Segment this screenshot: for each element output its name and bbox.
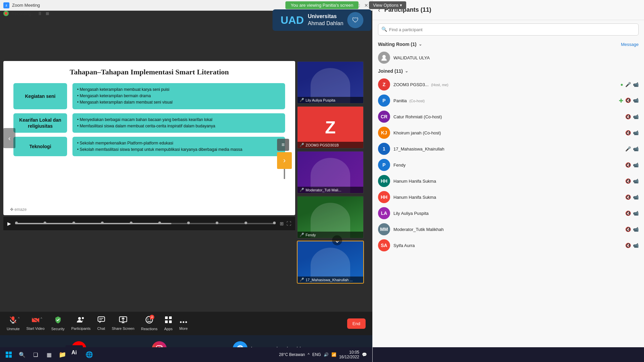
system-clock: 10:05 16/12/2022 [339, 350, 359, 359]
slide-content-kearifan: • Menyediakan berbagai macam bahan bacaa… [72, 113, 285, 133]
joined-label: Joined (11) ⌄ [378, 68, 408, 74]
moderator-label: 🎤 Moderator_Tuti Mali... [298, 187, 363, 193]
recording-stop-button[interactable]: ⏹ [45, 11, 50, 16]
progress-track[interactable] [15, 223, 276, 224]
participant-catur[interactable]: CR Catur Rohmiati (Co-host) 🔇 📹 [373, 109, 644, 125]
participant-lily[interactable]: LA Lily Auliya Puspita 🔇 📹 [373, 205, 644, 221]
svg-rect-31 [165, 320, 168, 323]
widgets-button[interactable]: ▦ [43, 349, 55, 361]
start-video-button[interactable]: ^ Start Video [26, 316, 45, 330]
search-button[interactable]: 🔍 [16, 349, 28, 361]
video-thumb-lily[interactable]: 🎤 Lily Auliya Puspita [297, 61, 364, 104]
search-input[interactable] [378, 23, 639, 36]
video-thumb-fendy[interactable]: 🎤 Fendy [297, 196, 364, 239]
waiting-room-collapse[interactable]: ⌄ [419, 42, 422, 47]
more-button[interactable]: More [179, 316, 188, 330]
svg-rect-39 [9, 355, 12, 358]
chat-button[interactable]: Chat [97, 316, 105, 330]
share-icon [119, 316, 127, 325]
panitia-mic-icon: 🔇 [625, 98, 631, 104]
unmute-button[interactable]: ^ Unmute [7, 316, 20, 331]
svg-point-40 [382, 55, 386, 58]
panitia-green-icon: ✚ [619, 98, 623, 104]
participant-hanum2[interactable]: HH Hanum Hanifa Sukma 🔇 📹 [373, 189, 644, 205]
fullscreen-icon[interactable]: ⛶ [286, 221, 291, 226]
end-button[interactable]: End [347, 318, 366, 329]
slide-play-button[interactable]: ▶ [7, 221, 11, 226]
more-label: More [179, 326, 188, 330]
ai-button[interactable]: Ai [65, 345, 83, 360]
khoirum-name: Khoirum janah (Co-host) [393, 130, 622, 135]
uad-header: UAD Universitas Ahmad Dahlan 🛡 [272, 9, 371, 31]
share-screen-button[interactable]: Share Screen [112, 316, 134, 330]
moderator-camera-icon: 📹 [633, 227, 639, 232]
walidatul-avatar [378, 52, 390, 64]
participants-button[interactable]: Participants [71, 316, 91, 330]
more-videos-button[interactable]: ⌄ [332, 235, 342, 245]
svg-point-17 [78, 317, 81, 320]
video-thumb-zoom3[interactable]: Z 🎤 ZOOM3 PGSD301B [297, 106, 364, 149]
participant-fendy[interactable]: P Fendy 🔇 📹 [373, 157, 644, 173]
participant-moderator[interactable]: MM Moderator_Tutik Malikhah 🔇 📹 [373, 221, 644, 237]
slide-next-button[interactable]: › [277, 152, 292, 169]
reactions-icon: 4 [146, 316, 153, 325]
zoom3-mic-icon: 🎤 [625, 82, 631, 87]
video-thumb-mahasiswa[interactable]: 🎤 17_Mahasiswa_Khairullah ... [297, 241, 364, 284]
slide-label-kearifan: Kearifan Lokal dan religiusitas [13, 113, 67, 133]
fendy-mic-icon: 🎤 [300, 233, 304, 237]
participant-khoirum[interactable]: KJ Khoirum janah (Co-host) 🔇 📹 [373, 125, 644, 141]
reactions-button[interactable]: 4 Reactions [141, 316, 158, 331]
svg-point-27 [147, 319, 148, 320]
reactions-label: Reactions [141, 327, 158, 331]
apps-button[interactable]: Apps [164, 316, 172, 331]
mahasiswa-mic-icon: 🎤 [625, 146, 631, 152]
joined-collapse[interactable]: ⌄ [405, 69, 408, 73]
windows-taskbar: 🔍 ❑ ▦ 📁 🦊 🌐 Ai 28°C Berawan ^ ENG 🔊 📶 10… [0, 347, 372, 362]
participant-hanum1[interactable]: HH Hanum Hanifa Sukma 🔇 📹 [373, 173, 644, 189]
unmute-arrow[interactable]: ^ [18, 317, 20, 320]
catur-avatar: CR [378, 111, 390, 123]
message-action[interactable]: Message [621, 42, 639, 47]
start-menu-button[interactable] [3, 349, 15, 361]
lily-name: Lily Auliya Puspita [306, 98, 335, 102]
waiting-room-section: Waiting Room (1) ⌄ Message [373, 39, 644, 50]
mahasiswa-camera-icon: 📹 [633, 146, 639, 152]
grid-view-icon[interactable]: ⊞ [280, 221, 284, 226]
participant-panitia[interactable]: P Panitia (Co-host) ✚ 🔇 📹 [373, 93, 644, 109]
main-area: Tahapan–Tahapan Implementasi Smart Liter… [0, 11, 372, 362]
participant-zoom3[interactable]: Z ZOOM3 PGSD3... (Host, me) ● 🎤 📹 [373, 76, 644, 93]
recording-pause-button[interactable]: ⏸ [38, 11, 42, 16]
moderator-pavatar: MM [378, 223, 390, 235]
slide-content-kegiatan: • Mengasah keterampilan membuat karya se… [72, 83, 285, 109]
slide-row: Kegiatan seni • Mengasah keterampilan me… [13, 83, 285, 109]
notification-icon[interactable]: 💬 [362, 352, 367, 357]
hanum1-camera-icon: 📹 [633, 178, 639, 184]
hanum1-mic-icon: 🔇 [625, 178, 631, 184]
zoom-icon: Z [3, 2, 9, 8]
participant-syifa[interactable]: SA Syifa Aurra 🔇 📹 [373, 237, 644, 253]
close-button[interactable]: ✕ [364, 3, 369, 8]
video-arrow[interactable]: ^ [41, 317, 42, 321]
control-bar: ^ Unmute ^ Start Video Security Particip… [0, 312, 372, 335]
waiting-participant-walidatul[interactable]: WALIDATUL ULYA [373, 50, 644, 66]
view-options-button[interactable]: View Options ▾ [369, 1, 406, 9]
zoom3-letter: Z [325, 117, 336, 137]
chat-icon [98, 316, 105, 325]
slide-prev-button[interactable]: ‹ [3, 128, 15, 148]
fendy-label: 🎤 Fendy [298, 232, 363, 238]
video-thumb-moderator[interactable]: 🎤 Moderator_Tuti Mali... [297, 151, 364, 194]
participant-search[interactable]: 🔍 [378, 23, 639, 36]
moderator-name: Moderator_Tuti Mali... [306, 188, 341, 192]
hanum1-avatar: HH [378, 175, 390, 187]
edge-button[interactable]: 🌐 [83, 349, 95, 361]
tray-network: 📶 [331, 352, 336, 357]
slide-inner: Tahapan–Tahapan Implementasi Smart Liter… [3, 61, 295, 215]
task-view-button[interactable]: ❑ [30, 349, 42, 361]
security-button[interactable]: Security [51, 316, 65, 331]
system-tray: 28°C Berawan ^ ENG 🔊 📶 10:05 16/12/2022 … [279, 350, 370, 359]
panel-taskbar [373, 347, 644, 362]
edge-icon: 🌐 [86, 351, 93, 358]
zoom3-avatar: Z [378, 78, 390, 90]
participant-mahasiswa[interactable]: 1 17_Mahasiswa_Khairullah 🎤 📹 [373, 141, 644, 157]
slide-menu-button[interactable]: ≡ [277, 139, 289, 151]
